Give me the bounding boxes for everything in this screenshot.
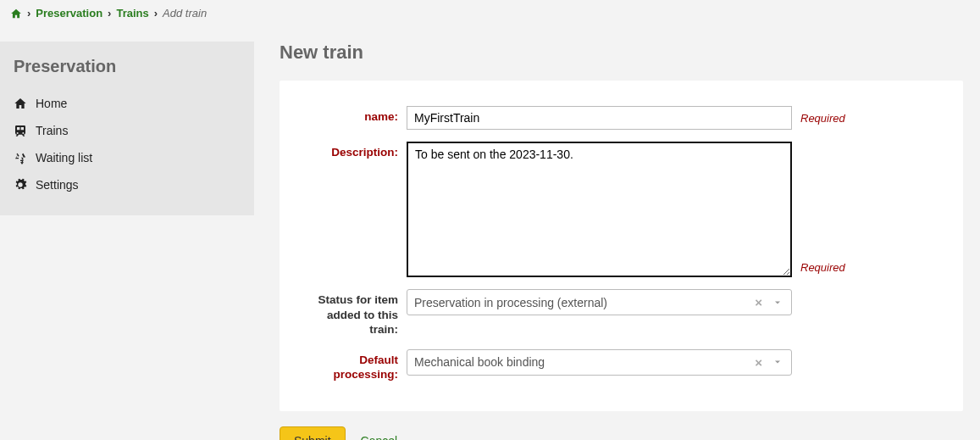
gear-icon: [14, 178, 27, 192]
sidebar-item-settings[interactable]: Settings: [14, 171, 241, 198]
sidebar-item-waiting-list[interactable]: Waiting list: [14, 144, 241, 171]
submit-button[interactable]: Submit: [280, 426, 346, 440]
required-hint: Required: [800, 112, 845, 125]
chevron-down-icon[interactable]: [767, 357, 784, 367]
breadcrumb-link-trains[interactable]: Trains: [116, 7, 148, 19]
status-select-value: Preservation in processing (external): [414, 296, 750, 309]
clear-icon[interactable]: ×: [750, 355, 767, 370]
cancel-link[interactable]: Cancel: [361, 434, 398, 440]
form-card: name: Required Description: Required Sta…: [280, 81, 963, 411]
description-label: Description:: [296, 142, 407, 160]
description-textarea[interactable]: [407, 142, 792, 277]
chevron-down-icon[interactable]: [767, 298, 784, 308]
processing-label: Default processing:: [296, 349, 407, 382]
sidebar-item-home[interactable]: Home: [14, 90, 241, 117]
sidebar-title: Preservation: [14, 57, 241, 76]
sidebar: Preservation Home Trains Waiting list: [0, 42, 254, 215]
train-icon: [14, 124, 27, 137]
breadcrumb-sep: ›: [27, 7, 30, 19]
required-hint: Required: [800, 261, 845, 274]
status-label: Status for item added to this train:: [296, 289, 407, 337]
sidebar-item-label: Trains: [36, 124, 68, 137]
sidebar-item-trains[interactable]: Trains: [14, 117, 241, 144]
breadcrumb-current: Add train: [163, 7, 207, 19]
breadcrumb-sep: ›: [108, 7, 111, 19]
sidebar-item-label: Waiting list: [36, 151, 92, 164]
home-icon: [14, 97, 27, 110]
processing-select[interactable]: Mechanical book binding ×: [407, 349, 792, 376]
home-icon[interactable]: [10, 8, 22, 19]
breadcrumb-sep: ›: [154, 7, 158, 19]
name-label: name:: [296, 106, 407, 125]
breadcrumb-link-preservation[interactable]: Preservation: [36, 7, 102, 19]
name-input[interactable]: [407, 106, 792, 130]
status-select[interactable]: Preservation in processing (external) ×: [407, 289, 792, 315]
page-title: New train: [280, 42, 963, 64]
clear-icon[interactable]: ×: [750, 295, 767, 309]
recycle-icon: [14, 151, 27, 164]
breadcrumb: › Preservation › Trains › Add train: [0, 0, 980, 26]
processing-select-value: Mechanical book binding: [414, 355, 750, 369]
sidebar-item-label: Settings: [36, 178, 79, 192]
sidebar-item-label: Home: [36, 97, 67, 110]
